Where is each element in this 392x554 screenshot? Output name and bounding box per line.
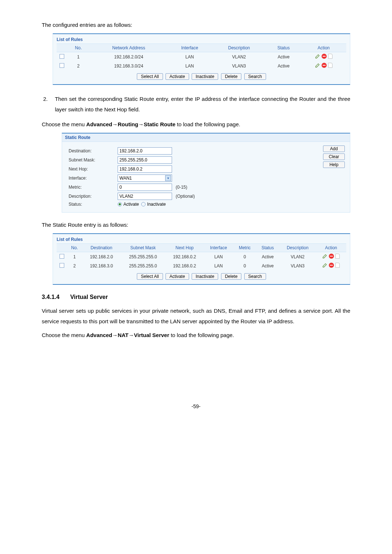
h-destination: Destination [82, 244, 121, 252]
header-network-address: Network Address [90, 44, 168, 52]
cell-no: 1 [67, 252, 82, 262]
step2-text: Then set the corresponding Static Route … [55, 94, 350, 115]
row-checkbox[interactable] [60, 54, 64, 59]
status-label: Status: [69, 202, 118, 207]
cell-desc: VLAN2 [279, 252, 316, 262]
static-route-panel: Static Route Destination: Subnet Mask: N… [62, 133, 350, 213]
delete-button[interactable]: Delete [221, 73, 242, 80]
h-next-hop: Next Hop [166, 244, 204, 252]
destination-label: Destination: [69, 148, 118, 153]
section-number: 3.4.1.4 [42, 294, 60, 300]
edit-icon[interactable] [322, 263, 327, 268]
chevron-down-icon[interactable]: ▾ [165, 175, 171, 181]
cell-status: Active [256, 252, 279, 262]
inactivate-button[interactable]: Inactivate [192, 73, 218, 80]
delete-button[interactable]: Delete [221, 273, 242, 280]
intro-text-1: The configured entries are as follows: [42, 22, 350, 28]
select-all-button[interactable]: Select All [137, 73, 163, 80]
cell-status: Active [256, 261, 279, 270]
cell-hop: 192.168.0.2 [166, 252, 204, 262]
subnet-mask-label: Subnet Mask: [69, 157, 118, 163]
activate-radio[interactable] [118, 202, 122, 206]
activate-button[interactable]: Activate [166, 73, 189, 80]
cell-iface: LAN [204, 252, 233, 262]
cell-status: Active [266, 61, 301, 70]
copy-icon[interactable] [328, 54, 332, 59]
cell-addr: 192.168.3.0/24 [90, 61, 168, 70]
rules-panel-2: List of Rules No. Destination Subnet Mas… [53, 233, 350, 285]
description-input[interactable] [118, 193, 172, 200]
edit-icon[interactable] [315, 63, 320, 68]
clear-button[interactable]: Clear [323, 153, 345, 160]
cell-no: 1 [67, 52, 90, 62]
form-title: Static Route [62, 134, 350, 142]
cell-addr: 192.168.2.0/24 [90, 52, 168, 62]
cell-dest: 192.168.3.0 [82, 261, 121, 270]
cell-iface: LAN [167, 61, 212, 70]
delete-icon[interactable] [329, 263, 334, 268]
edit-icon[interactable] [322, 254, 327, 259]
h-action: Action [316, 244, 346, 252]
header-action: Action [301, 44, 346, 52]
edit-icon[interactable] [315, 54, 320, 59]
cell-mask: 255.255.255.0 [121, 252, 166, 262]
table-row: 2 192.168.3.0/24 LAN VLAN3 Active [57, 61, 346, 70]
cell-hop: 192.168.0.2 [166, 261, 204, 270]
row-checkbox[interactable] [60, 263, 64, 268]
destination-input[interactable] [118, 147, 172, 155]
cell-dest: 192.168.2.0 [82, 252, 121, 262]
menu-instruction-2: Choose the menu Advanced→NAT→Virtual Ser… [42, 332, 350, 338]
rules-panel-1: List of Rules No. Network Address Interf… [53, 33, 350, 85]
cell-no: 2 [67, 61, 90, 70]
activate-button[interactable]: Activate [166, 273, 189, 280]
delete-icon[interactable] [329, 254, 334, 259]
header-description: Description [212, 44, 266, 52]
section-title: Virtual Server [70, 294, 108, 300]
select-all-button[interactable]: Select All [137, 273, 163, 280]
next-hop-input[interactable] [118, 165, 172, 173]
cell-desc: VLAN3 [212, 61, 266, 70]
description-hint: (Optional) [176, 194, 195, 199]
interface-value: WAN1 [119, 176, 132, 181]
h-chk [57, 244, 67, 252]
cell-desc: VLAN2 [212, 52, 266, 62]
header-chk [57, 44, 67, 52]
row-checkbox[interactable] [60, 254, 64, 259]
section-heading: 3.4.1.4 Virtual Server [42, 294, 350, 300]
rules-title-1: List of Rules [57, 37, 346, 42]
copy-icon[interactable] [328, 63, 332, 68]
search-button[interactable]: Search [244, 273, 266, 280]
search-button[interactable]: Search [244, 73, 266, 80]
metric-input[interactable] [118, 184, 172, 191]
table-row: 1 192.168.2.0 255.255.255.0 192.168.0.2 … [57, 252, 346, 262]
row-checkbox[interactable] [60, 63, 64, 68]
inactivate-radio[interactable] [141, 202, 146, 206]
cell-iface: LAN [204, 261, 233, 270]
h-metric: Metric [233, 244, 256, 252]
interface-label: Interface: [69, 176, 118, 181]
cell-status: Active [266, 52, 301, 62]
delete-icon[interactable] [322, 63, 327, 68]
interface-select[interactable]: WAN1 ▾ [118, 175, 172, 182]
subnet-mask-input[interactable] [118, 156, 172, 164]
table-row: 2 192.168.3.0 255.255.255.0 192.168.0.2 … [57, 261, 346, 270]
metric-label: Metric: [69, 185, 118, 190]
description-label: Description: [69, 194, 118, 199]
cell-iface: LAN [167, 52, 212, 62]
next-hop-label: Next Hop: [69, 167, 118, 172]
inactivate-button[interactable]: Inactivate [192, 273, 218, 280]
copy-icon[interactable] [335, 254, 340, 259]
help-button[interactable]: Help [323, 161, 345, 168]
add-button[interactable]: Add [323, 145, 345, 152]
delete-icon[interactable] [322, 54, 327, 59]
page-number: -59- [42, 403, 350, 409]
copy-icon[interactable] [335, 263, 340, 268]
table-row: 1 192.168.2.0/24 LAN VLAN2 Active [57, 52, 346, 62]
menu-instruction-1: Choose the menu Advanced→Routing→Static … [42, 121, 350, 127]
intro-text-2: The Static Route entry is as follows: [42, 222, 350, 228]
h-interface: Interface [204, 244, 233, 252]
header-status: Status [266, 44, 301, 52]
activate-radio-label: Activate [123, 202, 139, 207]
rules1-header-row: No. Network Address Interface Descriptio… [57, 44, 346, 52]
rules-title-2: List of Rules [57, 237, 346, 242]
